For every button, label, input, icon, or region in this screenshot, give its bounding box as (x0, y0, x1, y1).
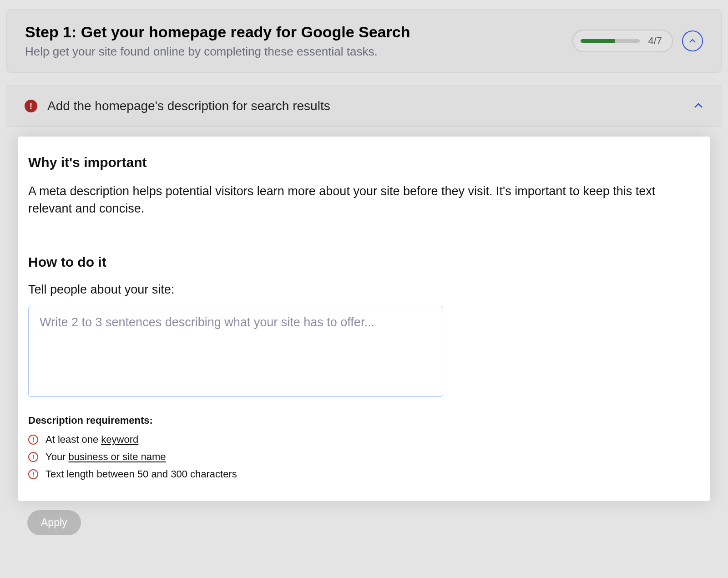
progress-label: 4/7 (648, 35, 662, 47)
step-progress-group: 4/7 (572, 30, 703, 52)
how-sub: Tell people about your site: (28, 283, 700, 297)
task-title: Add the homepage's description for searc… (47, 99, 330, 113)
requirements-heading: Description requirements: (28, 415, 700, 426)
step-title: Step 1: Get your homepage ready for Goog… (25, 23, 410, 41)
how-heading: How to do it (28, 254, 700, 270)
error-icon: ! (28, 469, 38, 479)
requirement-item: ! At least one keyword (28, 434, 700, 446)
apply-button[interactable]: Apply (27, 510, 81, 535)
requirement-text: At least one keyword (46, 434, 138, 446)
task-detail-panel: Why it's important A meta description he… (18, 137, 710, 501)
progress-track (581, 39, 640, 43)
why-heading: Why it's important (28, 155, 700, 170)
requirement-text: Your business or site name (46, 451, 166, 463)
progress-pill: 4/7 (572, 30, 673, 52)
step-subtitle: Help get your site found online by compl… (25, 45, 410, 59)
step-header: Step 1: Get your homepage ready for Goog… (6, 9, 722, 73)
business-name-link[interactable]: business or site name (69, 451, 166, 462)
progress-fill (581, 39, 614, 43)
alert-icon: ! (25, 100, 37, 112)
collapse-step-button[interactable] (682, 30, 703, 51)
task-left: ! Add the homepage's description for sea… (25, 99, 330, 113)
keyword-link[interactable]: keyword (101, 434, 138, 445)
requirement-text: Text length between 50 and 300 character… (46, 468, 237, 480)
apply-area: Apply (27, 510, 722, 535)
meta-description-input[interactable] (28, 306, 443, 397)
requirement-item: ! Text length between 50 and 300 charact… (28, 468, 700, 480)
step-text-group: Step 1: Get your homepage ready for Goog… (25, 23, 410, 59)
why-body: A meta description helps potential visit… (28, 183, 700, 218)
task-row[interactable]: ! Add the homepage's description for sea… (6, 86, 722, 127)
error-icon: ! (28, 452, 38, 462)
chevron-up-icon (689, 38, 696, 45)
divider (28, 236, 700, 236)
requirement-item: ! Your business or site name (28, 451, 700, 463)
chevron-up-icon (693, 101, 703, 111)
error-icon: ! (28, 435, 38, 445)
